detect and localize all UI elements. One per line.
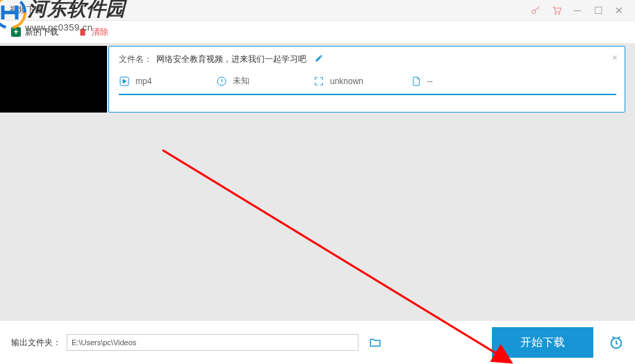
filename-value: 网络安全教育视频，进来我们一起学习吧 <box>156 53 306 65</box>
browse-folder-button[interactable] <box>368 336 382 349</box>
size-cell: -- <box>411 76 508 87</box>
key-icon[interactable] <box>525 2 546 19</box>
trash-icon <box>78 27 88 37</box>
svg-point-2 <box>559 13 560 14</box>
content-area: × 文件名： 网络安全教育视频，进来我们一起学习吧 mp4 未知 unknown <box>0 43 635 321</box>
start-download-label: 开始下载 <box>520 336 565 350</box>
close-button[interactable]: ✕ <box>609 2 629 19</box>
plus-icon: + <box>11 27 21 37</box>
edit-filename-button[interactable] <box>315 54 323 65</box>
toolbar: + 新的下载 清除 <box>0 21 635 43</box>
schedule-button[interactable] <box>609 335 624 350</box>
format-icon <box>119 76 130 87</box>
new-download-label: 新的下载 <box>25 26 58 38</box>
clear-button[interactable]: 清除 <box>78 26 108 38</box>
duration-value: 未知 <box>233 75 249 87</box>
new-download-button[interactable]: + 新的下载 <box>11 26 58 38</box>
duration-cell: 未知 <box>216 75 313 87</box>
clock-icon <box>216 76 227 87</box>
maximize-button[interactable]: ☐ <box>588 2 609 19</box>
size-value: -- <box>427 76 433 86</box>
video-thumbnail[interactable] <box>0 46 107 113</box>
output-path-input[interactable] <box>67 334 358 351</box>
resolution-cell: unknown <box>313 76 411 87</box>
format-cell: mp4 <box>119 76 216 87</box>
svg-point-1 <box>555 13 556 14</box>
minimize-button[interactable]: ─ <box>567 2 588 19</box>
bottom-bar: 输出文件夹： 开始下载 <box>0 321 635 364</box>
window-title: 视频下载 <box>10 4 43 16</box>
start-download-button[interactable]: 开始下载 <box>492 327 593 358</box>
titlebar: 视频下载 ─ ☐ ✕ <box>0 0 635 21</box>
output-label: 输出文件夹： <box>11 337 61 349</box>
progress-bar <box>119 94 616 95</box>
resolution-value: unknown <box>330 76 363 86</box>
filename-label: 文件名： <box>119 53 152 65</box>
resolution-icon <box>313 76 324 87</box>
download-item[interactable]: × 文件名： 网络安全教育视频，进来我们一起学习吧 mp4 未知 unknown <box>108 46 625 113</box>
clear-label: 清除 <box>92 26 108 38</box>
svg-point-0 <box>532 10 536 13</box>
cart-icon[interactable] <box>546 2 567 19</box>
file-icon <box>411 76 422 87</box>
format-value: mp4 <box>135 76 151 86</box>
remove-item-button[interactable]: × <box>612 52 618 63</box>
